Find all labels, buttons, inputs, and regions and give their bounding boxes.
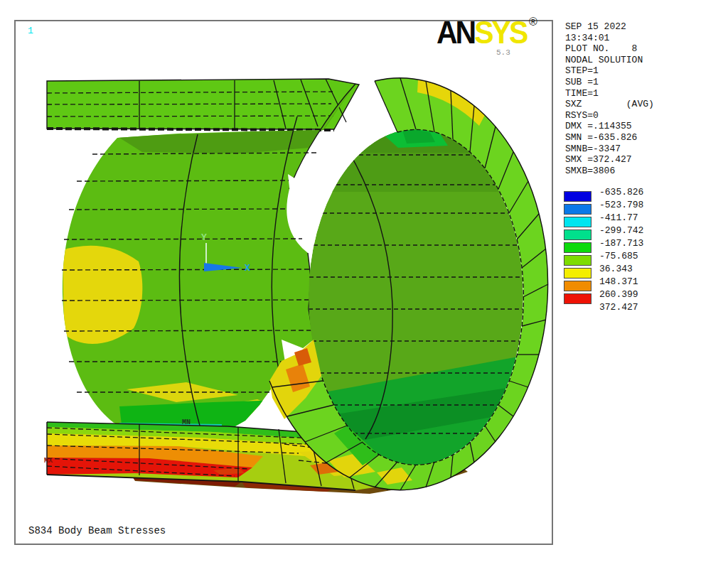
legend-label: -187.713	[599, 239, 643, 248]
legend-swatch	[564, 191, 592, 202]
logo-version: 5.3	[496, 48, 510, 57]
legend-swatch	[564, 281, 592, 291]
registered-mark-icon: ®	[529, 16, 537, 28]
info-line: SMN =-635.826	[565, 132, 654, 144]
info-line: DMX =.114355	[565, 121, 654, 132]
info-panel: SEP 15 202213:34:01PLOT NO. 8NODAL SOLUT…	[565, 21, 654, 176]
min-marker: MN	[182, 418, 191, 426]
info-line: NODAL SOLUTION	[565, 55, 654, 66]
info-line: SMXB=3806	[565, 166, 654, 177]
legend-swatch	[564, 229, 592, 240]
info-line: PLOT NO. 8	[565, 43, 654, 55]
contour-legend: -635.826-523.798-411.77-299.742-187.713-…	[564, 191, 692, 326]
legend-label: 372.427	[599, 303, 638, 312]
logo-an: AN	[437, 15, 474, 50]
legend-swatch	[564, 268, 592, 279]
legend-label: -299.742	[599, 226, 643, 235]
logo-sys: SYS	[474, 15, 526, 50]
triad-x-label: X	[245, 263, 250, 274]
legend-label: -635.826	[599, 188, 643, 197]
legend-label: 260.399	[599, 290, 638, 299]
legend-swatch	[564, 242, 592, 253]
legend-label: -523.798	[599, 200, 643, 210]
max-marker: MX	[44, 457, 53, 465]
legend-swatch	[564, 293, 592, 304]
yellow-stress-patch-left	[63, 246, 142, 344]
info-line: 13:34:01	[565, 33, 654, 44]
info-line: RSYS=0	[565, 110, 654, 121]
triad-y-label: Y	[201, 232, 207, 243]
legend-swatch	[564, 204, 592, 215]
legend-label: -75.685	[599, 252, 638, 261]
info-line: SUB =1	[565, 77, 654, 88]
info-line: TIME=1	[565, 88, 654, 99]
ansys-plot-window: 1	[0, 0, 728, 562]
plot-title: S834 Body Beam Stresses	[28, 525, 166, 536]
legend-swatch	[564, 255, 592, 266]
legend-swatch	[564, 217, 592, 227]
top-flange	[47, 79, 359, 130]
info-line: SXZ (AVG)	[565, 99, 654, 110]
info-line: SEP 15 2022	[565, 21, 654, 33]
legend-label: 36.343	[599, 264, 633, 274]
legend-label: -411.77	[599, 213, 638, 222]
info-line: STEP=1	[565, 65, 654, 77]
ansys-logo: ANSYS ® 5.3	[437, 17, 550, 60]
info-line: SMX =372.427	[565, 154, 654, 166]
info-line: SMNB=-3347	[565, 144, 654, 155]
legend-label: 148.371	[599, 277, 638, 286]
